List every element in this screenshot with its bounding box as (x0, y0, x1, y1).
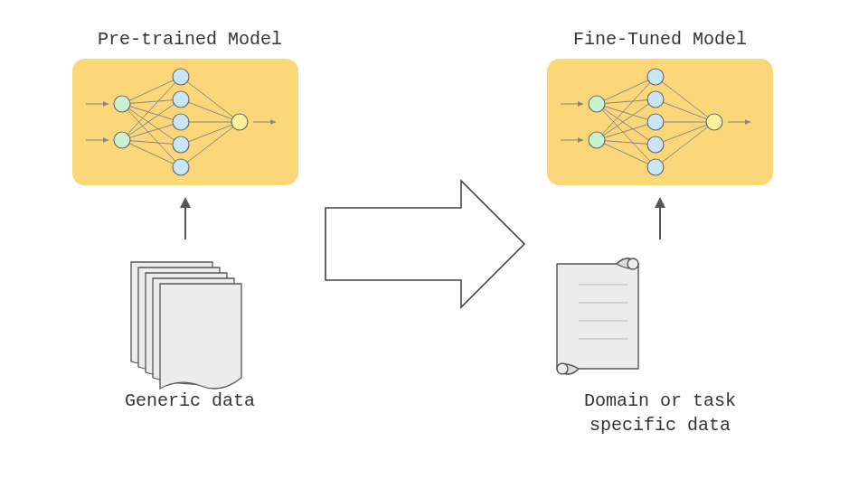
svg-point-63 (557, 363, 568, 374)
svg-point-62 (627, 258, 638, 269)
scroll-icon (557, 258, 638, 374)
svg-point-52 (647, 69, 664, 85)
diagram-svg (0, 0, 868, 488)
svg-point-50 (589, 96, 605, 112)
svg-point-27 (173, 159, 189, 175)
svg-point-25 (173, 114, 189, 130)
svg-point-21 (114, 96, 130, 112)
document-stack-icon (131, 262, 241, 389)
svg-marker-61 (655, 197, 665, 208)
svg-point-57 (706, 114, 722, 130)
svg-point-24 (173, 91, 189, 108)
left-up-arrow-icon (180, 197, 191, 239)
svg-point-22 (114, 132, 130, 148)
svg-point-28 (231, 114, 248, 130)
svg-point-23 (173, 69, 189, 85)
svg-point-26 (173, 136, 189, 153)
svg-point-54 (647, 114, 664, 130)
svg-point-53 (647, 91, 664, 108)
svg-point-55 (647, 136, 664, 153)
transfer-arrow-icon (326, 181, 524, 307)
svg-point-51 (589, 132, 605, 148)
right-up-arrow-icon (655, 197, 665, 239)
svg-marker-59 (180, 197, 191, 208)
left-model (72, 59, 298, 185)
right-model (547, 59, 773, 185)
svg-point-56 (647, 159, 664, 175)
diagram-root: Pre-trained Model Fine-Tuned Model Gener… (0, 0, 868, 488)
